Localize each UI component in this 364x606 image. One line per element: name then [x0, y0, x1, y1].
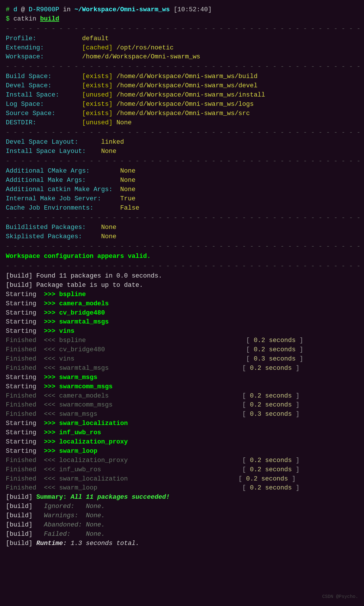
start-camera_models: Starting >>> camera_models [6, 299, 358, 308]
finished-swarmtal_msgs: Finished <<< swarmtal_msgs [ 0.2 seconds… [6, 364, 358, 373]
arg-make: Additional Make Args: None [6, 176, 358, 185]
config-workspace: Workspace: /home/d/Workspace/Omni-swarm_… [6, 52, 358, 62]
terminal: # d @ D-R9000P in ~/Workspace/Omni-swarm… [6, 5, 358, 548]
prompt-user: d [13, 5, 17, 14]
prompt-line-1: # d @ D-R9000P in ~/Workspace/Omni-swarm… [6, 5, 358, 14]
start-swarmcomm_msgs: Starting >>> swarmcomm_msgs [6, 382, 358, 391]
start-swarm_msgs: Starting >>> swarm_msgs [6, 373, 358, 382]
divider-4: - - - - - - - - - - - - - - - - - - - - … [6, 157, 358, 166]
finished-swarm_localization: Finished <<< swarm_localization [ 0.2 se… [6, 474, 358, 484]
finished-swarmcomm_msgs: Finished <<< swarmcomm_msgs [ 0.2 second… [6, 400, 358, 410]
prompt-line-2: $ catkin build [6, 14, 358, 24]
start-swarmtal_msgs: Starting >>> swarmtal_msgs [6, 317, 358, 327]
config-extending: Extending: [cached] /opt/ros/noetic [6, 43, 358, 53]
divider-3: - - - - - - - - - - - - - - - - - - - - … [6, 128, 358, 137]
space-devel: Devel Space: [exists] /home/d/Workspace/… [6, 81, 358, 90]
prompt-command: catkin [13, 14, 36, 24]
space-destdir: DESTDIR: [unused] None [6, 118, 358, 128]
finished-inf_uwb_ros: Finished <<< inf_uwb_ros [ 0.2 seconds ] [6, 465, 358, 474]
arg-job-server: Internal Make Job Server: True [6, 194, 358, 204]
space-source: Source Space: [exists] /home/d/Workspace… [6, 109, 358, 118]
finished-swarm_msgs: Finished <<< swarm_msgs [ 0.3 seconds ] [6, 410, 358, 419]
start-localization_proxy: Starting >>> localization_proxy [6, 437, 358, 447]
divider-5: - - - - - - - - - - - - - - - - - - - - … [6, 213, 358, 223]
start-swarm_localization: Starting >>> swarm_localization [6, 419, 358, 428]
abandoned-line: [build] Abandoned: None. [6, 520, 358, 530]
start-inf_uwb_ros: Starting >>> inf_uwb_ros [6, 428, 358, 437]
start-swarm_loop: Starting >>> swarm_loop [6, 447, 358, 456]
space-log: Log Space: [exists] /home/d/Workspace/Om… [6, 100, 358, 109]
finished-camera_models: Finished <<< camera_models [ 0.2 seconds… [6, 391, 358, 401]
workspace-valid: Workspace configuration appears valid. [6, 252, 358, 261]
start-cv_bridge480: Starting >>> cv_bridge480 [6, 308, 358, 318]
prompt-time: [10:52:40] [174, 5, 212, 14]
finished-localization_proxy: Finished <<< localization_proxy [ 0.2 se… [6, 456, 358, 465]
space-install: Install Space: [unused] /home/d/Workspac… [6, 90, 358, 100]
start-vins: Starting >>> vins [6, 327, 358, 336]
prompt-dollar: $ [6, 14, 10, 24]
layout-devel: Devel Space Layout: linked [6, 138, 358, 147]
divider-2: - - - - - - - - - - - - - - - - - - - - … [6, 62, 358, 71]
pkg-buildlisted: Buildlisted Packages: None [6, 223, 358, 232]
warnings-line: [build] Warnings: None. [6, 511, 358, 520]
runtime-line: [build] Runtime: 1.3 seconds total. [6, 539, 358, 548]
finished-swarm_loop: Finished <<< swarm_loop [ 0.2 seconds ] [6, 483, 358, 493]
build-table: [build] Package table is up to date. [6, 281, 358, 290]
finished-cv_bridge480: Finished <<< cv_bridge480 [ 0.2 seconds … [6, 345, 358, 354]
watermark: CSDN @Psycho. [322, 594, 358, 600]
build-found: [build] Found 11 packages in 0.0 seconds… [6, 271, 358, 281]
prompt-host: D-R9000P [29, 5, 59, 14]
arg-cache: Cache Job Environments: False [6, 204, 358, 213]
finished-bspline: Finished <<< bspline [ 0.2 seconds ] [6, 336, 358, 345]
failed-line: [build] Failed: None. [6, 530, 358, 539]
pkg-skiplisted: Skiplisted Packages: None [6, 232, 358, 241]
space-build: Build Space: [exists] /home/d/Workspace/… [6, 72, 358, 81]
arg-cmake: Additional CMake Args: None [6, 167, 358, 176]
prompt-hash: # [6, 5, 10, 14]
prompt-path: ~/Workspace/Omni-swarm_ws [75, 5, 170, 14]
prompt-arg: build [40, 14, 59, 24]
divider-6: - - - - - - - - - - - - - - - - - - - - … [6, 242, 358, 251]
start-bspline: Starting >>> bspline [6, 290, 358, 299]
config-profile: Profile: default [6, 34, 358, 43]
summary-line: [build] Summary: All 11 packages succeed… [6, 493, 358, 502]
divider-7: - - - - - - - - - - - - - - - - - - - - … [6, 262, 358, 271]
arg-catkin: Additional catkin Make Args: None [6, 185, 358, 194]
finished-vins: Finished <<< vins [ 0.3 seconds ] [6, 354, 358, 364]
ignored-line: [build] Ignored: None. [6, 502, 358, 511]
layout-install: Install Space Layout: None [6, 147, 358, 156]
divider-1: - - - - - - - - - - - - - - - - - - - - … [6, 24, 358, 34]
